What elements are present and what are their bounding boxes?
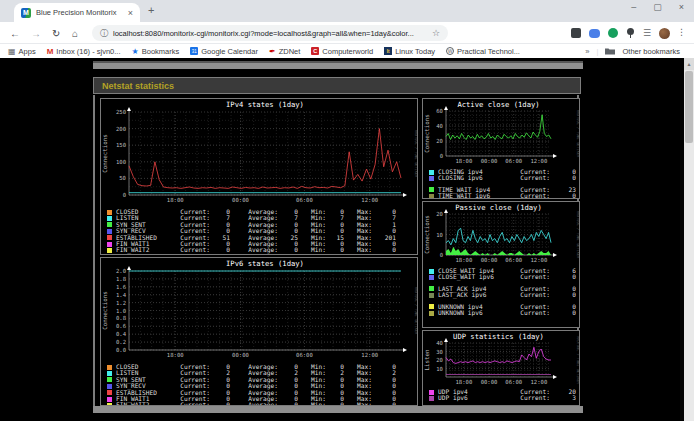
bookmark-label: Computerworld	[322, 47, 373, 56]
bookmark-star-icon[interactable]: ☆	[432, 28, 440, 38]
legend-label: UDP ipv6	[438, 395, 500, 401]
udp-statistics-chart[interactable]: 1020304018:0000:0006:0012:00UDP statisti…	[423, 331, 580, 387]
ipv6-states-graph[interactable]: 0.00.20.40.60.81.01.21.41.61.82.018:0000…	[100, 257, 418, 406]
pin-extension-icon[interactable]	[626, 28, 635, 38]
home-icon[interactable]: ⌂	[72, 28, 78, 39]
browser-menu-icon[interactable]: ⋮	[677, 27, 686, 37]
section-title: Netstat statistics	[94, 81, 174, 91]
legend-label: CLOSE_WAIT ipv6	[438, 274, 500, 280]
star-icon: ★	[132, 47, 139, 56]
y-tick-label: 0.4	[116, 331, 127, 337]
y-tick-label: 0.8	[116, 315, 127, 321]
legend-key: Current:	[500, 292, 550, 298]
legend-swatch	[107, 384, 112, 389]
y-tick-label: 0.2	[116, 339, 126, 345]
bookmark-practical-technology[interactable]: W Practical Technol...	[446, 47, 520, 56]
x-tick-label: 18:00	[167, 197, 184, 203]
y-tick-label: 0	[440, 252, 443, 258]
bookmark-linux-today[interactable]: lt Linux Today	[384, 47, 435, 56]
rrdtool-watermark: RRDTOOL / TOBI OETIKER	[414, 130, 418, 178]
legend-value: 0	[550, 175, 576, 181]
legend-row: FIN_WAIT2Current:0Average:0Min:0Max:0	[107, 247, 417, 253]
reading-list-icon[interactable]: ☰	[643, 28, 651, 38]
rrdtool-watermark: RRDTOOL / TOBI OETIKER	[576, 336, 580, 384]
y-tick-label: 0.0	[116, 347, 126, 353]
bookmark-label: Practical Technol...	[457, 47, 520, 56]
scrollbar-thumb[interactable]	[685, 71, 693, 143]
x-tick-label: 18:00	[167, 352, 184, 358]
ipv6-states-legend: CLOSEDCurrent:0Average:0Min:0Max:0LISTEN…	[101, 362, 417, 406]
browser-tab[interactable]: M Blue Precision Monitorix ×	[14, 3, 140, 22]
section-frame-bottom	[93, 406, 583, 413]
profile-avatar[interactable]	[659, 28, 670, 39]
legend-row: UDP ipv6Current:3	[429, 395, 579, 401]
legend-swatch	[107, 216, 112, 221]
y-axis-label: Connections	[424, 215, 430, 253]
legend-row: UNKNOWN ipv6Current:0	[429, 310, 579, 316]
tab-close-icon[interactable]: ×	[128, 8, 133, 18]
legend-key: Current:	[500, 175, 550, 181]
x-tick-label: 12:00	[531, 257, 548, 263]
bookmark-bookmarks[interactable]: ★ Bookmarks	[132, 47, 180, 56]
ipv4-states-chart[interactable]: 05010015020025018:0000:0006:0012:00IPv4 …	[101, 99, 418, 207]
legend-swatch	[107, 235, 112, 240]
bookmark-google-calendar[interactable]: 31 Google Calendar	[190, 47, 258, 56]
y-axis-label: Connections	[102, 134, 108, 172]
page-scrollbar[interactable]: ▲	[684, 58, 694, 421]
legend-key: Current:	[500, 310, 550, 316]
legend-swatch	[429, 286, 434, 291]
other-bookmarks-button[interactable]: Other bookmarks	[622, 47, 680, 56]
apps-shortcut[interactable]: ▦ Apps	[8, 47, 36, 56]
y-tick-label: 10	[436, 366, 443, 372]
udp-statistics-graph[interactable]: 1020304018:0000:0006:0012:00UDP statisti…	[422, 330, 580, 406]
legend-swatch	[429, 269, 434, 274]
chart-title: Active close (1day)	[457, 100, 539, 109]
back-icon[interactable]: ←	[10, 28, 20, 39]
address-bar[interactable]: ⓘ localhost:8080/monitorix-cgi/monitorix…	[92, 25, 448, 41]
section-header: Netstat statistics	[93, 77, 581, 94]
ipv6-states-chart[interactable]: 0.00.20.40.60.81.01.21.41.61.82.018:0000…	[101, 258, 418, 362]
active-close-graph[interactable]: 020406018:0000:0006:0012:00Active close …	[422, 98, 580, 199]
new-tab-button[interactable]: +	[148, 4, 154, 16]
passive-close-chart[interactable]: 0102018:0000:0006:0012:00Passive close (…	[423, 202, 580, 266]
legend-key: Max:	[344, 247, 372, 253]
legend-swatch	[107, 210, 112, 215]
y-axis-label: Connections	[102, 291, 108, 329]
window-maximize-button[interactable]: ▢	[653, 2, 662, 12]
passive-close-graph[interactable]: 0102018:0000:0006:0012:00Passive close (…	[422, 201, 580, 328]
x-tick-label: 18:00	[455, 379, 472, 385]
page-info-icon[interactable]: ⓘ	[100, 28, 108, 39]
bookmark-label: Inbox (16) - sjvn0...	[56, 47, 120, 56]
udp-statistics-legend: UDP ipv4Current:20UDP ipv6Current:3	[423, 387, 579, 402]
legend-key: Current:	[500, 274, 550, 280]
ipv4-states-graph[interactable]: 05010015020025018:0000:0006:0012:00IPv4 …	[100, 98, 418, 255]
legend-key: Min:	[298, 247, 326, 253]
chart-title: UDP statistics (1day)	[453, 332, 544, 341]
extension-icon[interactable]	[571, 28, 581, 38]
bookmark-label: Google Calendar	[201, 47, 258, 56]
bookmark-inbox[interactable]: M Inbox (16) - sjvn0...	[47, 47, 121, 56]
legend-row: CLOSE_WAIT ipv6Current:0	[429, 274, 579, 280]
y-tick-label: 50	[119, 175, 126, 181]
legend-swatch	[429, 304, 434, 309]
bookmark-label: Linux Today	[395, 47, 435, 56]
legend-key: Current:	[168, 247, 210, 253]
y-tick-label: 1.6	[116, 284, 126, 290]
extension-icon[interactable]	[608, 28, 618, 38]
bookmarks-overflow-chevron[interactable]: »	[585, 47, 589, 56]
window-minimize-button[interactable]: –	[631, 2, 636, 12]
extension-icon[interactable]	[589, 29, 600, 38]
bookmark-computerworld[interactable]: C Computerworld	[311, 47, 373, 56]
legend-swatch	[107, 242, 112, 247]
scrollbar-up-arrow[interactable]: ▲	[684, 58, 694, 70]
legend-swatch	[107, 377, 112, 382]
reload-icon[interactable]: ↻	[52, 28, 60, 39]
bookmark-zdnet[interactable]: ✒ ZDNet	[269, 47, 300, 56]
url-text[interactable]: localhost:8080/monitorix-cgi/monitorix.c…	[113, 29, 427, 38]
window-close-button[interactable]: ×	[679, 2, 684, 12]
browser-toolbar: ← → ↻ ⌂ ⓘ localhost:8080/monitorix-cgi/m…	[0, 22, 694, 44]
x-tick-label: 00:00	[481, 257, 498, 263]
forward-icon[interactable]: →	[31, 28, 41, 39]
y-tick-label: 0.6	[116, 323, 126, 329]
active-close-chart[interactable]: 020406018:0000:0006:0012:00Active close …	[423, 99, 580, 167]
